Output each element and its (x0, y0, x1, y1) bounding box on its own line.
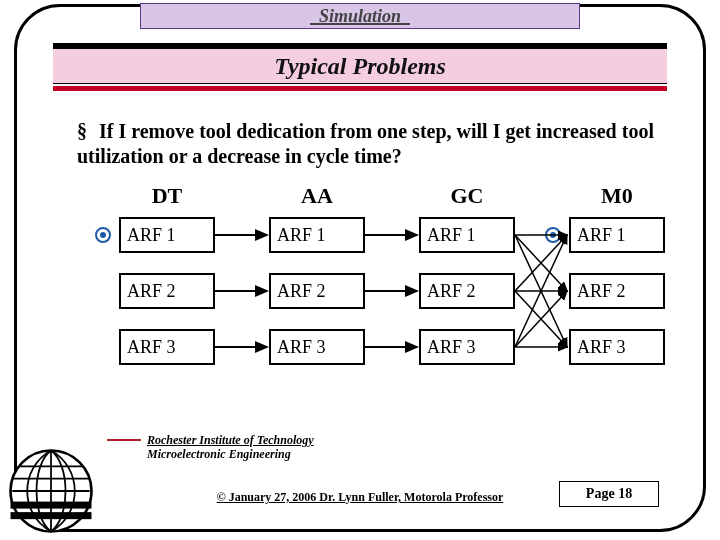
col-header-0: DT (117, 183, 217, 209)
page-number-box: Page 18 (559, 481, 659, 507)
col-header-3: M0 (567, 183, 667, 209)
globe-icon (7, 447, 95, 535)
footer-accent-rule (107, 439, 141, 441)
bullet-paragraph: §If I remove tool dedication from one st… (77, 119, 655, 169)
title-text: Typical Problems (53, 48, 667, 84)
col-header-1: AA (267, 183, 367, 209)
institution-line1: Rochester Institute of Technology (147, 433, 314, 447)
arrows-layer (77, 217, 677, 387)
title-rule-bottom (53, 86, 667, 91)
bullet-symbol: § (77, 119, 99, 144)
institution-line2: Microelectronic Engineering (147, 447, 291, 461)
col-header-2: GC (417, 183, 517, 209)
slide-header: Simulation (140, 3, 580, 29)
footer-institution: Rochester Institute of Technology Microe… (147, 433, 314, 462)
title-block: Typical Problems (53, 43, 667, 91)
copyright-text: © January 27, 2006 Dr. Lynn Fuller, Moto… (217, 490, 504, 504)
diagram-grid: ARF 1 ARF 2 ARF 3 ARF 1 ARF 2 ARF 3 ARF … (77, 217, 677, 417)
svg-rect-22 (11, 502, 92, 509)
page-number: Page 18 (586, 486, 632, 501)
svg-rect-23 (11, 512, 92, 519)
bullet-body: If I remove tool dedication from one ste… (77, 120, 654, 167)
header-underline (310, 23, 410, 25)
slide-frame: Simulation Typical Problems §If I remove… (14, 4, 706, 532)
